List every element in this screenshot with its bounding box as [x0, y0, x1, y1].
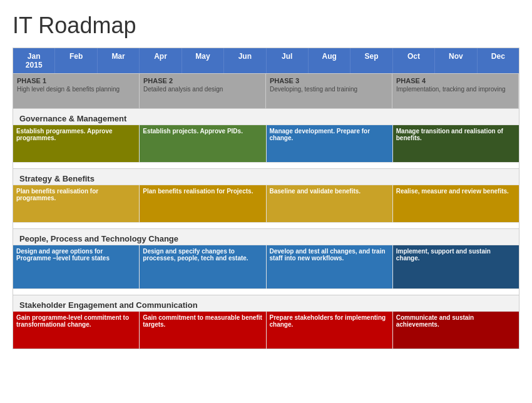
- phase-1-desc: High level design & benefits planning: [17, 86, 135, 93]
- gov-task-2: Establish projects. Approve PIDs.: [140, 125, 266, 162]
- gov-task-1: Establish programmes. Approve programmes…: [13, 125, 140, 162]
- section-people-header: People, Process and Technology Change: [13, 228, 519, 245]
- month-nov: Nov: [435, 48, 477, 73]
- section-stakeholder-header: Stakeholder Engagement and Communication: [13, 295, 519, 311]
- ppl-task-4: Implement, support and sustain change.: [393, 245, 519, 288]
- month-jun: Jun: [224, 48, 266, 73]
- strategy-task-row: Plan benefits realisation for programmes…: [13, 185, 519, 222]
- month-jul: Jul: [267, 48, 309, 73]
- gov-task-4: Manage transition and realisation of ben…: [393, 125, 519, 162]
- phase-4-title: PHASE 4: [396, 77, 514, 84]
- month-feb: Feb: [55, 48, 97, 73]
- month-aug: Aug: [309, 48, 350, 73]
- str-task-4: Realise, measure and review benefits.: [393, 185, 519, 222]
- str-task-1: Plan benefits realisation for programmes…: [13, 185, 140, 222]
- month-dec: Dec: [478, 48, 519, 73]
- month-mar: Mar: [98, 48, 140, 73]
- ppl-task-3: Develop and test all changes, and train …: [267, 245, 393, 288]
- phase-4-block: PHASE 4 Implementation, tracking and imp…: [392, 74, 519, 108]
- phase-2-block: PHASE 2 Detailed analysis and design: [140, 74, 266, 108]
- str-task-2: Plan benefits realisation for Projects.: [140, 185, 266, 222]
- phase-3-block: PHASE 3 Developing, testing and training: [266, 74, 392, 108]
- month-oct: Oct: [393, 48, 435, 73]
- phase-2-title: PHASE 2: [143, 77, 262, 84]
- phase-3-desc: Developing, testing and training: [270, 86, 388, 93]
- phase-1-block: PHASE 1 High level design & benefits pla…: [13, 74, 140, 108]
- page-title: IT Roadmap: [13, 13, 519, 39]
- month-may: May: [182, 48, 224, 73]
- phase-3-title: PHASE 3: [270, 77, 388, 84]
- month-header-row: Jan2015 Feb Mar Apr May Jun Jul Aug Sep …: [13, 48, 519, 73]
- governance-task-row: Establish programmes. Approve programmes…: [13, 125, 519, 162]
- spacer-1: [13, 162, 519, 168]
- phase-1-title: PHASE 1: [17, 77, 135, 84]
- phase-row: PHASE 1 High level design & benefits pla…: [13, 73, 519, 108]
- spacer-2: [13, 222, 519, 228]
- ppl-task-2: Design and specify changes to processes,…: [140, 245, 266, 288]
- section-governance-header: Governance & Management: [13, 108, 519, 125]
- section-strategy-header: Strategy & Benefits: [13, 168, 519, 185]
- stk-task-2: Gain commitment to measurable benefit ta…: [140, 312, 266, 349]
- people-task-row: Design and agree options for Programme –…: [13, 245, 519, 288]
- str-task-3: Baseline and validate benefits.: [267, 185, 393, 222]
- ppl-task-1: Design and agree options for Programme –…: [13, 245, 140, 288]
- stk-task-4: Communicate and sustain achievements.: [393, 312, 519, 349]
- stakeholder-task-row: Gain programme-level commitment to trans…: [13, 311, 519, 349]
- phase-2-desc: Detailed analysis and design: [143, 86, 262, 93]
- month-sep: Sep: [350, 48, 392, 73]
- month-jan: Jan2015: [13, 48, 55, 73]
- gov-task-3: Manage development. Prepare for change.: [267, 125, 393, 162]
- month-apr: Apr: [140, 48, 182, 73]
- roadmap-table: Jan2015 Feb Mar Apr May Jun Jul Aug Sep …: [13, 48, 519, 349]
- phase-4-desc: Implementation, tracking and improving: [396, 86, 514, 93]
- stk-task-3: Prepare stakeholders for implementing ch…: [267, 312, 393, 349]
- stk-task-1: Gain programme-level commitment to trans…: [13, 312, 140, 349]
- spacer-3: [13, 288, 519, 295]
